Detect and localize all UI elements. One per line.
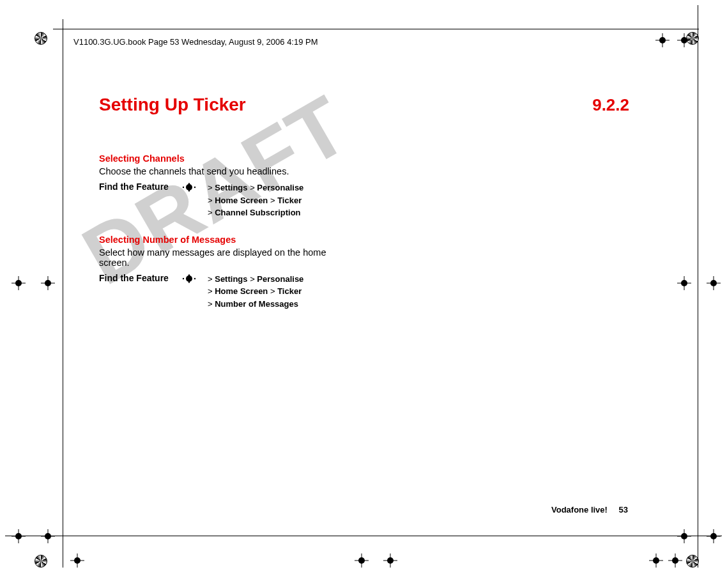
registration-mark-icon: [707, 276, 721, 290]
nav-item: Home Screen: [215, 196, 268, 205]
content-area: Setting Up Ticker 9.2.2 Selecting Channe…: [99, 95, 629, 325]
registration-mark-icon: [668, 553, 682, 568]
nav-item: Number of Messages: [215, 299, 298, 309]
svg-point-46: [183, 187, 184, 188]
svg-point-54: [188, 281, 190, 282]
svg-point-38: [45, 533, 51, 539]
registration-mark-icon: [41, 529, 55, 543]
crop-line-right: [698, 5, 698, 568]
body-text: Choose the channels that send you headli…: [99, 166, 355, 176]
page-title: Setting Up Ticker: [99, 95, 246, 115]
crop-tick: [53, 29, 63, 29]
svg-point-52: [194, 277, 195, 279]
svg-point-41: [681, 533, 687, 539]
svg-point-14: [681, 37, 687, 43]
body-text: Select how many messages are displayed o…: [99, 247, 355, 268]
nav-item: Ticker: [277, 286, 302, 296]
color-swatch-icon: [34, 555, 47, 568]
registration-mark-icon: [355, 553, 369, 568]
nav-item: Settings: [215, 274, 247, 284]
crop-tick: [63, 19, 63, 29]
svg-point-8: [681, 280, 687, 286]
nav-key-icon: [182, 274, 196, 283]
svg-point-5: [45, 280, 51, 286]
registration-mark-icon: [11, 529, 26, 543]
svg-point-48: [188, 183, 190, 184]
svg-point-53: [188, 274, 190, 275]
registration-mark-icon: [70, 553, 84, 568]
crop-line-top: [63, 29, 699, 29]
find-the-feature-label: Find the Feature: [99, 273, 182, 283]
nav-path: > Settings > Personalise > Home Screen >…: [208, 273, 303, 311]
svg-point-47: [194, 187, 195, 188]
svg-point-26: [387, 557, 394, 564]
svg-point-50: [186, 275, 192, 282]
svg-point-45: [186, 184, 192, 190]
svg-point-49: [188, 190, 190, 191]
section-number: 9.2.2: [592, 95, 629, 115]
svg-point-44: [710, 533, 717, 539]
subheading-selecting-number: Selecting Number of Messages: [99, 235, 355, 245]
find-the-feature-label: Find the Feature: [99, 182, 182, 192]
nav-item: Ticker: [277, 196, 302, 205]
svg-point-35: [15, 533, 22, 539]
svg-point-11: [710, 280, 717, 286]
registration-mark-icon: [677, 529, 691, 543]
crop-line-bottom: [5, 536, 722, 536]
footer-page-number: 53: [619, 505, 628, 514]
crop-tick: [698, 536, 698, 545]
svg-point-51: [183, 277, 184, 279]
registration-mark-icon: [649, 553, 663, 568]
color-swatch-icon: [686, 555, 699, 568]
registration-mark-icon: [677, 33, 691, 47]
nav-item: Personalise: [257, 183, 303, 192]
crop-line-left: [63, 29, 63, 568]
footer: Vodafone live! 53: [551, 505, 628, 514]
registration-mark-icon: [11, 276, 26, 290]
registration-mark-icon: [655, 33, 670, 47]
nav-key-icon: [182, 183, 196, 192]
nav-item: Settings: [215, 183, 247, 192]
registration-mark-icon: [677, 276, 691, 290]
subheading-selecting-channels: Selecting Channels: [99, 153, 355, 164]
nav-item: Channel Subscription: [215, 208, 300, 217]
svg-point-32: [672, 557, 678, 564]
svg-point-29: [653, 557, 659, 564]
registration-mark-icon: [707, 529, 721, 543]
crop-tick: [698, 536, 707, 536]
svg-point-20: [74, 557, 80, 564]
footer-label: Vodafone live!: [551, 505, 608, 514]
nav-item: Personalise: [257, 274, 303, 284]
svg-point-17: [659, 37, 666, 43]
find-the-feature-row: Find the Feature > Settings > Personalis…: [99, 273, 355, 311]
registration-mark-icon: [383, 553, 397, 568]
header-text: V1100.3G.UG.book Page 53 Wednesday, Augu…: [73, 37, 318, 47]
nav-path: > Settings > Personalise > Home Screen >…: [208, 182, 303, 219]
registration-mark-icon: [41, 276, 55, 290]
nav-item: Home Screen: [215, 286, 268, 296]
find-the-feature-row: Find the Feature > Settings > Personalis…: [99, 182, 355, 219]
svg-point-2: [15, 280, 22, 286]
color-swatch-icon: [34, 32, 47, 45]
svg-point-23: [358, 557, 365, 564]
